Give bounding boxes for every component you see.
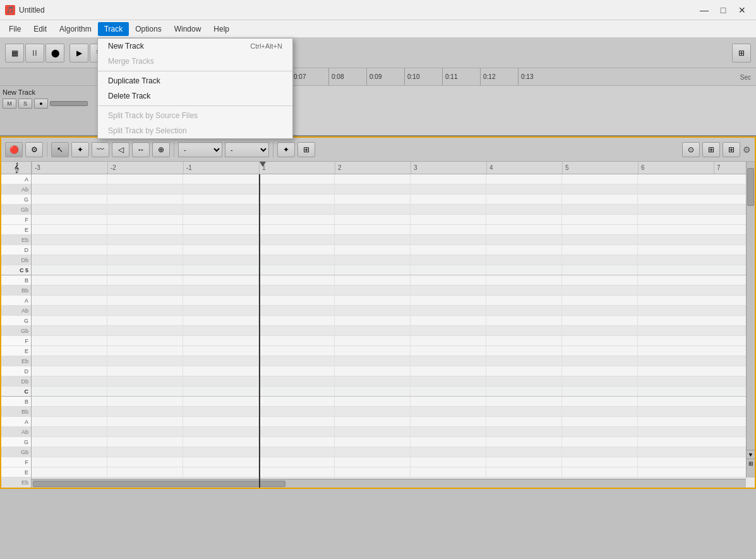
app-title: Untitled <box>19 6 45 15</box>
piano-roll-grid-area[interactable] <box>32 174 755 488</box>
grid-row <box>32 215 755 225</box>
piano-key-G-low[interactable]: G <box>1 437 31 447</box>
piano-key-F-low[interactable]: F <box>1 457 31 467</box>
piano-key-A-mid[interactable]: A <box>1 296 31 306</box>
menu-help[interactable]: Help <box>207 22 236 36</box>
piano-key-Ab-mid[interactable]: Ab <box>1 306 31 316</box>
piano-key-F-mid[interactable]: F <box>1 336 31 346</box>
pr-pencil-btn[interactable]: ✦ <box>71 142 89 157</box>
piano-key-Ab-low[interactable]: Ab <box>1 427 31 437</box>
track-view-btn[interactable]: ▦ <box>5 44 24 63</box>
grid-row <box>32 326 755 336</box>
menu-new-track[interactable]: New Track Ctrl+Alt+N <box>98 39 292 54</box>
track-header: New Track M S ● <box>0 86 101 135</box>
piano-key-Ab-top[interactable]: Ab <box>1 184 31 195</box>
piano-key-Bb-mid[interactable]: Bb <box>1 286 31 296</box>
grid-row <box>32 427 755 437</box>
pr-grid-btn[interactable]: ⊞ <box>702 142 720 157</box>
menu-track[interactable]: Track <box>98 22 129 36</box>
piano-key-Gb-low[interactable]: Gb <box>1 447 31 457</box>
piano-roll-grid-canvas <box>32 174 755 488</box>
piano-key-Eb-top[interactable]: Eb <box>1 235 31 245</box>
pr-record-btn[interactable]: 🔴 <box>5 142 23 157</box>
vscrollbar-extra-btn[interactable]: ⊞ <box>747 459 755 467</box>
dropdown-separator-1 <box>98 71 292 71</box>
piano-roll-btn[interactable]: ⁞⁞ <box>25 44 44 63</box>
grid-row <box>32 457 755 467</box>
vscrollbar-down-btn[interactable]: ▼ <box>747 450 755 459</box>
split-by-selection-label: Split Track by Selection <box>108 126 187 135</box>
pr-snap-btn[interactable]: ⊞ <box>297 142 315 157</box>
treble-clef-icon: 𝄞 <box>1 162 31 174</box>
piano-key-E-low[interactable]: E <box>1 467 31 478</box>
pr-dots-btn[interactable]: ⊙ <box>682 142 700 157</box>
track-dropdown-menu: New Track Ctrl+Alt+N Merge Tracks Duplic… <box>97 38 293 139</box>
split-by-source-label: Split Track by Source Files <box>108 111 198 120</box>
menu-window[interactable]: Window <box>168 22 208 36</box>
piano-key-F-top[interactable]: F <box>1 215 31 225</box>
play-btn[interactable]: ▶ <box>69 44 88 63</box>
grid-row-c5 <box>32 265 755 275</box>
mute-button[interactable]: M <box>3 99 16 109</box>
piano-key-Db-mid[interactable]: Db <box>1 376 31 387</box>
piano-roll-vscrollbar-thumb[interactable] <box>747 168 754 206</box>
ruler-tick: 0:07 <box>291 68 328 85</box>
pr-hstretch-btn[interactable]: ↔ <box>132 142 150 157</box>
piano-key-D-top[interactable]: D <box>1 245 31 255</box>
menu-options[interactable]: Options <box>129 22 167 36</box>
piano-key-G-mid[interactable]: G <box>1 316 31 326</box>
piano-key-D-mid[interactable]: D <box>1 366 31 376</box>
piano-key-E-top[interactable]: E <box>1 225 31 235</box>
pr-eraser-btn[interactable]: ◁ <box>112 142 129 157</box>
piano-roll-ruler: -3 -2 -1 1 2 3 4 5 6 7 <box>32 162 755 174</box>
pr-light-btn[interactable]: ✦ <box>277 142 295 157</box>
menu-file[interactable]: File <box>3 22 27 36</box>
piano-key-Eb-low[interactable]: Eb <box>1 478 31 488</box>
piano-key-Db-top[interactable]: Db <box>1 255 31 265</box>
pr-vstretch-btn[interactable]: ⊕ <box>152 142 170 157</box>
pr-quantize-select[interactable]: - <box>178 142 222 157</box>
record-arm-button[interactable]: ● <box>34 99 48 109</box>
pr-config-btn[interactable]: ⊞ <box>723 142 740 157</box>
piano-key-C5[interactable]: C 5 <box>1 265 31 275</box>
pr-select-btn[interactable]: ↖ <box>51 142 69 157</box>
piano-roll-vscrollbar[interactable]: ▼ ⊞ <box>746 162 755 478</box>
piano-key-B-mid[interactable]: B <box>1 275 31 286</box>
piano-key-Bb-low[interactable]: Bb <box>1 407 31 417</box>
menu-duplicate-track[interactable]: Duplicate Track <box>98 73 292 88</box>
ruler-tick: 0:10 <box>404 68 442 85</box>
pr-ruler-tick: 4 <box>486 162 562 174</box>
piano-key-Gb-top[interactable]: Gb <box>1 205 31 215</box>
pr-settings-btn[interactable]: ⚙ <box>25 142 43 157</box>
track-volume-slider[interactable] <box>50 101 88 106</box>
menu-edit[interactable]: Edit <box>27 22 53 36</box>
piano-roll-hscrollbar[interactable] <box>32 479 746 488</box>
pr-velocity-select[interactable]: - <box>225 142 269 157</box>
solo-button[interactable]: S <box>18 99 32 109</box>
menu-algorithm[interactable]: Algorithm <box>53 22 98 36</box>
piano-key-Eb-mid[interactable]: Eb <box>1 356 31 366</box>
new-track-shortcut: Ctrl+Alt+N <box>250 42 282 50</box>
piano-key-A-top[interactable]: A <box>1 174 31 184</box>
grid-row <box>32 174 755 184</box>
pr-waveform-btn[interactable]: 〰 <box>92 142 109 157</box>
piano-key-G-top[interactable]: G <box>1 195 31 205</box>
close-button[interactable]: ✕ <box>733 3 751 17</box>
pr-gear-icon[interactable]: ⚙ <box>743 145 751 155</box>
piano-roll-hscrollbar-thumb[interactable] <box>33 481 285 487</box>
grid-row-c4 <box>32 387 755 397</box>
minimize-button[interactable]: — <box>695 3 713 17</box>
piano-key-Gb-mid[interactable]: Gb <box>1 326 31 336</box>
track-controls: M S ● <box>3 99 98 109</box>
settings-btn[interactable]: ⊞ <box>732 44 751 63</box>
piano-key-E-mid[interactable]: E <box>1 346 31 356</box>
piano-key-C4[interactable]: C <box>1 387 31 397</box>
grid-row <box>32 184 755 195</box>
piano-key-A-low[interactable]: A <box>1 417 31 427</box>
menu-delete-track[interactable]: Delete Track <box>98 88 292 104</box>
grid-row <box>32 306 755 316</box>
piano-key-B-low[interactable]: B <box>1 397 31 407</box>
title-left: 🎵 Untitled <box>5 5 45 15</box>
maximize-button[interactable]: □ <box>714 3 732 17</box>
mixer-btn[interactable]: ⬤ <box>45 44 64 63</box>
